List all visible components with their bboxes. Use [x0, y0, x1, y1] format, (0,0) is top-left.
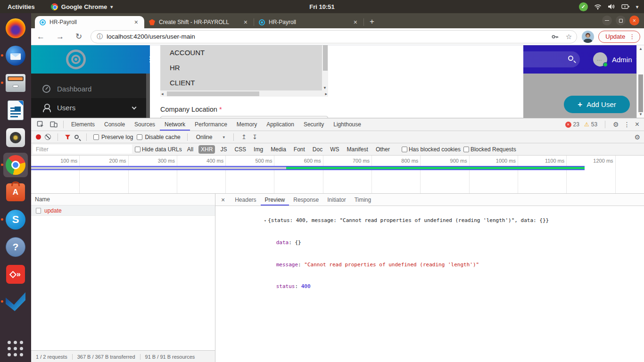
scroll-up-icon[interactable]: ▲ [639, 47, 643, 51]
scroll-left-icon[interactable]: ◂ [161, 91, 164, 96]
add-user-button[interactable]: + Add User [564, 96, 630, 113]
filter-type-font[interactable]: Font [291, 145, 307, 154]
filter-type-js[interactable]: JS [218, 145, 229, 154]
close-tab-icon[interactable]: × [242, 18, 249, 26]
record-network-log-button[interactable] [36, 134, 41, 140]
devtools-tab-network[interactable]: Network [160, 119, 190, 131]
devtools-tab-security[interactable]: Security [299, 119, 329, 131]
listbox-option-hr[interactable]: HR [160, 60, 328, 75]
filter-input[interactable] [33, 145, 132, 154]
app-logo-icon[interactable] [64, 48, 88, 71]
listbox-vertical-scrollbar[interactable]: ▼ [322, 45, 328, 90]
detail-tab-headers[interactable]: Headers [231, 194, 260, 206]
maximize-button[interactable] [616, 16, 626, 25]
dock-item-libreoffice-writer[interactable] [3, 98, 28, 123]
dock-item-ubuntu-software[interactable]: A [3, 180, 28, 205]
dock-item-chrome[interactable] [3, 153, 28, 177]
update-chrome-button[interactable]: Update ⋮ [598, 31, 640, 43]
filter-type-media[interactable]: Media [268, 145, 289, 154]
dock-item-skype[interactable]: S [3, 207, 28, 232]
devtools-tab-performance[interactable]: Performance [190, 119, 232, 131]
site-info-icon[interactable]: ⓘ [97, 33, 103, 41]
blocked-requests-checkbox[interactable] [463, 147, 469, 152]
devtools-tab-lighthouse[interactable]: Lighthouse [329, 119, 366, 131]
minimize-button[interactable] [602, 16, 612, 25]
dock-item-audio-player[interactable] [3, 125, 28, 150]
devtools-tab-console[interactable]: Console [99, 119, 130, 131]
listbox-horizontal-scrollbar[interactable]: ◂ ▸ [160, 90, 328, 97]
device-toolbar-icon[interactable] [47, 121, 60, 128]
browser-tab-hr-payroll-2[interactable]: HR-Payroll × [254, 16, 363, 28]
new-tab-button[interactable]: + [364, 17, 380, 26]
company-type-listbox[interactable]: ACCOUNT HR CLIENT ▼ [160, 45, 328, 90]
detail-tab-preview[interactable]: Preview [261, 194, 289, 206]
filter-type-manifest[interactable]: Manifest [345, 145, 371, 154]
address-bar[interactable]: ⓘ localhost:4200/users/user-main ☆ [91, 30, 577, 43]
detail-tab-timing[interactable]: Timing [350, 194, 376, 206]
browser-tab-create-shift[interactable]: Create Shift - HR-PAYROLL × [144, 16, 254, 28]
admin-user-menu[interactable]: ••• Admin [593, 45, 640, 74]
disable-cache-checkbox[interactable] [137, 134, 142, 140]
json-entry-data[interactable]: data: {} [220, 232, 644, 254]
throttling-dropdown[interactable]: Online ▾ [194, 134, 227, 140]
scrollbar-thumb[interactable] [323, 45, 328, 71]
scroll-right-icon[interactable]: ▸ [325, 91, 327, 96]
detail-tab-initiator[interactable]: Initiator [323, 194, 350, 206]
listbox-option-client[interactable]: CLIENT [160, 75, 328, 90]
menu-dots-icon[interactable]: ⋮ [146, 55, 154, 64]
scrollbar-thumb[interactable] [167, 91, 259, 96]
close-detail-icon[interactable]: × [215, 196, 231, 204]
expand-triangle-icon[interactable]: ▾ [264, 218, 266, 223]
close-devtools-icon[interactable]: × [635, 120, 639, 129]
filter-type-ws[interactable]: WS [328, 145, 341, 154]
network-settings-gear-icon[interactable]: ⚙ [634, 133, 640, 141]
dock-item-mail-client[interactable] [3, 289, 28, 314]
request-row-update[interactable]: update [31, 206, 215, 216]
json-summary-line[interactable]: ▾{status: 400, message: "Cannot read pro… [220, 209, 644, 232]
dock-item-remote-desktop[interactable]: » [3, 262, 28, 287]
close-tab-icon[interactable]: × [133, 18, 140, 26]
sidebar-item-users[interactable]: Users [31, 98, 146, 117]
error-count-badge[interactable]: × 23 [565, 121, 579, 128]
reload-icon[interactable]: ↻ [70, 32, 88, 41]
sidebar-item-dashboard[interactable]: Dashboard [31, 79, 146, 98]
export-har-icon[interactable]: ↧ [251, 133, 258, 140]
name-column-header[interactable]: Name [31, 194, 215, 206]
import-har-icon[interactable]: ↥ [240, 133, 248, 140]
bookmark-star-icon[interactable]: ☆ [566, 33, 572, 41]
listbox-option-account[interactable]: ACCOUNT [160, 45, 328, 60]
key-icon[interactable] [551, 33, 559, 41]
profile-avatar[interactable] [582, 31, 594, 43]
has-blocked-cookies-checkbox[interactable] [402, 147, 407, 152]
dock-item-app-grid[interactable] [3, 337, 28, 361]
json-entry-status[interactable]: status: 400 [220, 276, 644, 298]
browser-tab-hr-payroll[interactable]: HR-Payroll × [35, 16, 144, 28]
dock-item-firefox[interactable] [3, 16, 28, 41]
inspect-element-icon[interactable] [34, 121, 47, 128]
filter-type-img[interactable]: Img [251, 145, 265, 154]
detail-tab-response[interactable]: Response [289, 194, 323, 206]
devtools-tab-application[interactable]: Application [262, 119, 299, 131]
filter-funnel-icon[interactable] [65, 134, 71, 140]
dock-item-file-manager[interactable] [3, 71, 28, 95]
filter-type-other[interactable]: Other [373, 145, 392, 154]
close-window-button[interactable]: × [629, 16, 639, 25]
filter-type-xhr[interactable]: XHR [198, 145, 215, 154]
settings-gear-icon[interactable]: ⚙ [613, 121, 619, 128]
network-overview-timeline[interactable]: 100 ms200 ms300 ms400 ms500 ms600 ms700 … [31, 156, 644, 194]
warning-count-badge[interactable]: ⚠ 53 [584, 121, 597, 128]
json-entry-message[interactable]: message: "Cannot read properties of unde… [220, 254, 644, 276]
filter-type-doc[interactable]: Doc [310, 145, 325, 154]
menu-dots-icon[interactable]: ⋮ [624, 121, 630, 128]
scroll-down-icon[interactable]: ▼ [639, 112, 643, 116]
dock-item-help[interactable]: ? [3, 235, 28, 259]
scrollbar-thumb[interactable] [638, 74, 643, 112]
dock-item-thunderbird[interactable] [3, 43, 28, 68]
clock[interactable]: Fri 10:51 [0, 3, 644, 10]
close-tab-icon[interactable]: × [352, 18, 359, 26]
back-icon[interactable]: ← [31, 32, 50, 41]
filter-type-css[interactable]: CSS [232, 145, 248, 154]
forward-icon[interactable]: → [50, 32, 70, 41]
clear-network-log-icon[interactable] [45, 134, 51, 140]
devtools-tab-sources[interactable]: Sources [130, 119, 160, 131]
